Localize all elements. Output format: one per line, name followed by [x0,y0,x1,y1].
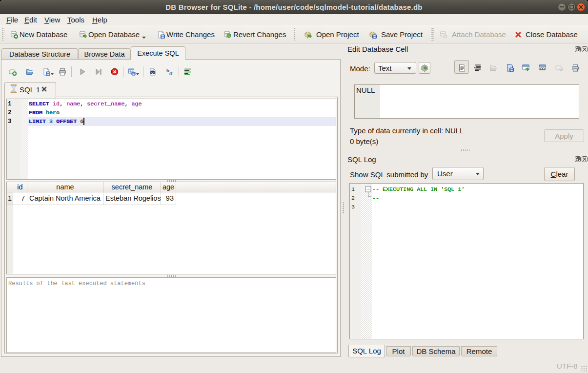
svg-text:a: a [169,69,173,76]
